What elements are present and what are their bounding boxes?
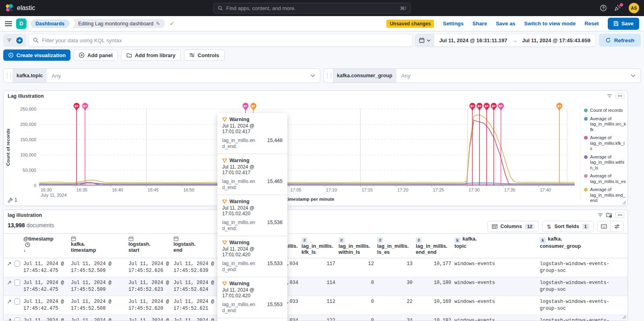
cell-logstash.end[interactable]: Jul 11, 2024 @ 17:45:52.639 — [173, 258, 218, 277]
settings-link[interactable]: Settings — [443, 21, 463, 27]
lag-chart[interactable]: 050,000100,000150,000200,000250,00016:30… — [4, 91, 628, 206]
legend-item[interactable]: Average of lag_in_millis.end_end — [584, 187, 627, 204]
annotation-layer-indicator[interactable]: 1 — [8, 197, 17, 203]
cell-kafka.timestamp[interactable]: Jul 11, 2024 @ 17:45:52.509 — [71, 258, 128, 277]
control-value-select[interactable]: Any — [396, 73, 631, 79]
annotation-pin[interactable]: 9+ — [82, 103, 88, 186]
switch-view-mode-link[interactable]: Switch to view mode — [524, 21, 576, 27]
cell-logstash.start[interactable]: Jul 11, 2024 @ 17:45:52.626 — [128, 258, 173, 277]
row-checkbox[interactable] — [14, 298, 20, 305]
row-checkbox[interactable] — [14, 261, 20, 267]
cell-logstash.end[interactable]: Jul 11, 2024 @ 17:45:52.632 — [173, 315, 218, 321]
add-from-library-button[interactable]: Add from library — [121, 49, 181, 61]
cell-kafka.topic[interactable]: windows-events — [454, 315, 540, 321]
chevron-down-icon[interactable] — [631, 74, 636, 77]
breadcrumb-current[interactable]: Editing Lag monitoring dashboard ✎ — [72, 19, 165, 28]
expand-document-icon[interactable] — [7, 261, 12, 266]
annotation-pin[interactable]: 9+ — [484, 103, 490, 186]
cell-kafka.timestamp[interactable]: Jul 11, 2024 @ 17:45:52.509 — [71, 315, 128, 321]
kql-query-input[interactable]: Filter your data using KQL syntax — [29, 34, 413, 47]
saved-query-filter-icon[interactable] — [6, 37, 12, 43]
sort-fields-button[interactable]: Sort fields 1 — [542, 221, 594, 232]
panel-resize-handle[interactable] — [621, 314, 626, 319]
column-header-lag_in_millis.ls_es[interactable]: #lag_in_millis.ls_es — [377, 234, 416, 258]
user-avatar[interactable]: AS — [629, 3, 639, 13]
fullscreen-grid-icon[interactable] — [597, 221, 610, 232]
create-visualization-button[interactable]: Create visualization — [3, 49, 70, 61]
saved-search-folder-icon[interactable] — [606, 212, 612, 218]
help-icon[interactable]: ? — [600, 4, 607, 12]
expand-document-icon[interactable] — [7, 318, 12, 321]
control-value-select[interactable]: Any — [47, 73, 310, 79]
cell-logstash.start[interactable]: Jul 11, 2024 @ 17:45:52.620 — [128, 296, 173, 315]
add-filter-icon[interactable] — [16, 37, 23, 44]
legend-item[interactable]: Count of records — [584, 108, 627, 113]
drag-handle-icon[interactable] — [7, 72, 11, 79]
add-panel-button[interactable]: Add panel — [74, 49, 118, 61]
column-header-@timestamp[interactable]: @timestamp↓ — [23, 234, 71, 258]
cell-logstash.end[interactable]: Jul 11, 2024 @ 17:45:52.624 — [173, 277, 218, 296]
legend-item[interactable]: Average of lag_in_millis.ls_es — [584, 173, 627, 184]
global-search-input[interactable]: Find apps, content, and more. ⌘/ — [213, 3, 411, 14]
cell-lag_in_millis.kfk_ls[interactable]: 112 — [301, 296, 339, 315]
panel-options-icon[interactable]: ••• — [615, 212, 624, 218]
cell-kafka.consumer_group[interactable]: logstash-windows-events-group-soc — [540, 258, 628, 277]
cell-kafka.topic[interactable]: windows-events — [454, 296, 540, 315]
cell-logstash.start[interactable]: Jul 11, 2024 @ 17:45:52.623 — [128, 277, 173, 296]
column-header-kafka.topic[interactable]: kkafka.topic — [454, 234, 540, 258]
cell-lag_in_millis.within_ls[interactable]: 12 — [339, 258, 377, 277]
cell-@timestamp[interactable]: Jul 11, 2024 @ 17:45:42.475 — [23, 315, 71, 321]
column-header-lag_in_millis.end_end[interactable]: #lag_in_millis.end_end — [416, 234, 454, 258]
cell-kafka.topic[interactable]: windows-events — [454, 258, 540, 277]
legend-item[interactable]: Average of lag_in_millis.within_ls — [584, 154, 627, 171]
annotation-pin[interactable]: 9+ — [498, 103, 504, 186]
cell-lag_in_millis.ls_es[interactable]: 34 — [377, 315, 416, 321]
date-from[interactable]: Jul 11, 2024 @ 16:31:11.197 — [434, 37, 512, 43]
breadcrumb-dashboards[interactable]: Dashboards — [31, 19, 70, 28]
elastic-brand[interactable]: elastic — [5, 4, 35, 12]
date-picker-calendar-button[interactable] — [415, 34, 434, 46]
menu-icon[interactable] — [5, 21, 12, 26]
columns-button[interactable]: Columns 12 — [487, 221, 539, 232]
share-link[interactable]: Share — [473, 21, 487, 27]
column-header-kafka.consumer_group[interactable]: kkafka.consumer_group — [540, 234, 628, 258]
annotation-pin[interactable]: 9+ — [556, 103, 562, 186]
legend-item[interactable]: Average of lag_in_millis.src_kfk — [584, 116, 627, 133]
column-header-lag_in_millis.kfk_ls[interactable]: #lag_in_millis.kfk_ls — [301, 234, 339, 258]
cell-lag_in_millis.end_end[interactable]: 10,177 — [416, 258, 454, 277]
cell-kafka.timestamp[interactable]: Jul 11, 2024 @ 17:45:52.509 — [71, 277, 128, 296]
display-options-icon[interactable] — [610, 221, 623, 232]
column-header-logstash.start[interactable]: logstash.start — [128, 234, 173, 258]
cell-@timestamp[interactable]: Jul 11, 2024 @ 17:45:42.475 — [23, 277, 71, 296]
cell-lag_in_millis.within_ls[interactable]: 0 — [339, 315, 377, 321]
cell-kafka.consumer_group[interactable]: logstash-windows-events-group-soc — [540, 315, 628, 321]
cell-kafka.consumer_group[interactable]: logstash-windows-events-group-soc — [540, 296, 628, 315]
cell-@timestamp[interactable]: Jul 11, 2024 @ 17:45:42.475 — [23, 296, 71, 315]
cell-kafka.consumer_group[interactable]: logstash-windows-events-group-soc — [540, 277, 628, 296]
reset-link[interactable]: Reset — [584, 21, 599, 27]
column-header-kafka.timestamp[interactable]: kafka.timestamp — [71, 234, 128, 258]
checkmark-icon[interactable]: ✓ — [170, 21, 174, 27]
cell-lag_in_millis.end_end[interactable]: 10,180 — [416, 277, 454, 296]
row-checkbox[interactable] — [14, 317, 20, 321]
date-to[interactable]: Jul 11, 2024 @ 17:45:43.659 — [517, 37, 595, 43]
annotation-more-link[interactable]: +16 more... — [217, 318, 287, 321]
column-header-lag_in_millis.within_ls[interactable]: #lag_in_millis.within_ls — [339, 234, 377, 258]
column-header-logstash.end[interactable]: logstash.end — [173, 234, 218, 258]
cell-lag_in_millis.kfk_ls[interactable]: 122 — [301, 315, 339, 321]
row-checkbox[interactable] — [14, 280, 20, 286]
cell-lag_in_millis.kfk_ls[interactable]: 117 — [301, 258, 339, 277]
cell-kafka.timestamp[interactable]: Jul 11, 2024 @ 17:45:52.508 — [71, 296, 128, 315]
legend-item[interactable]: Average of lag_in_millis.kfk_ls — [584, 135, 627, 152]
cell-lag_in_millis.ls_es[interactable]: 13 — [377, 258, 416, 277]
cell-logstash.start[interactable]: Jul 11, 2024 @ 17:45:52.631 — [128, 315, 173, 321]
newsfeed-icon[interactable] — [614, 4, 621, 12]
expand-document-icon[interactable] — [7, 299, 12, 304]
save-button[interactable]: Save — [608, 18, 639, 30]
save-as-link[interactable]: Save as — [496, 21, 515, 27]
controls-button[interactable]: Controls — [184, 49, 224, 61]
refresh-button[interactable]: Refresh — [599, 34, 641, 47]
cell-@timestamp[interactable]: Jul 11, 2024 @ 17:45:42.475 — [23, 258, 71, 277]
space-badge[interactable]: D — [16, 19, 27, 29]
panel-filter-icon[interactable] — [598, 213, 603, 218]
